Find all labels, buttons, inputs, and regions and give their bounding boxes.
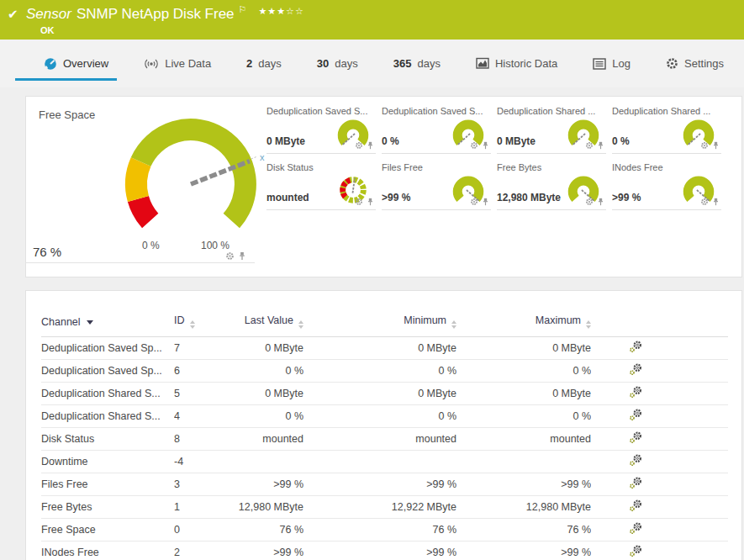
cell-channel: INodes Free: [41, 542, 174, 560]
gauge-card-disk-status[interactable]: Disk Status mounted: [266, 162, 376, 210]
gear-icon[interactable]: [470, 141, 478, 150]
table-row: Free Bytes 1 12,980 MByte 12,922 MByte 1…: [41, 496, 728, 519]
tab-label: Historic Data: [495, 57, 557, 70]
gauge-card-files-free[interactable]: Files Free >99 %: [382, 162, 491, 210]
pin-icon[interactable]: [367, 141, 374, 150]
tab-live-data[interactable]: Live Data: [135, 47, 219, 81]
table-header-row: Channel ID Last Value Minimum Maximum: [41, 311, 728, 337]
cell-maximum: 0 MByte: [456, 337, 591, 360]
cell-last-value: >99 %: [223, 542, 303, 560]
cell-last-value: 0 MByte: [223, 383, 303, 405]
gear-icon[interactable]: [700, 141, 709, 150]
cell-channel: Deduplication Shared S...: [41, 383, 174, 405]
cell-last-value: 76 %: [223, 519, 303, 542]
tab-log[interactable]: Log: [584, 47, 639, 81]
table-row: INodes Free 2 >99 % >99 % >99 %: [41, 542, 728, 560]
gauge-card-deduplication-shared-bytes[interactable]: Deduplication Shared ... 0 MByte: [497, 106, 606, 154]
edit-channel-gears-icon[interactable]: [628, 521, 643, 536]
column-header-id[interactable]: ID: [174, 311, 223, 337]
chart-icon: [476, 57, 489, 70]
gauge-card-free-bytes[interactable]: Free Bytes 12,980 MByte: [497, 162, 606, 210]
cell-maximum: 0 MByte: [456, 383, 591, 405]
tab-bar: Overview Live Data 2 days 30 days 365 da…: [0, 40, 744, 87]
column-header-last-value[interactable]: Last Value: [223, 311, 303, 337]
free-space-gauge: x: [107, 108, 275, 243]
edit-channel-gears-icon[interactable]: [628, 453, 643, 468]
cell-id: 4: [174, 405, 223, 428]
pin-icon[interactable]: [597, 198, 604, 206]
cell-last-value: >99 %: [223, 473, 303, 496]
cell-maximum: 12,980 MByte: [456, 496, 591, 519]
rating-stars-empty[interactable]: ☆☆: [286, 6, 304, 16]
gear-icon[interactable]: [700, 198, 709, 206]
cell-id: 1: [174, 496, 223, 519]
tab-365-days[interactable]: 365 days: [385, 47, 449, 81]
sort-icon: [190, 320, 195, 329]
gear-icon[interactable]: [585, 198, 594, 206]
tab-label: days: [417, 57, 440, 70]
cell-minimum: 0 %: [303, 360, 456, 383]
tab-historic-data[interactable]: Historic Data: [467, 47, 566, 81]
primary-gauge-card: Free Space x 0 % 100 % 76 %: [26, 97, 255, 278]
cell-channel: Free Bytes: [41, 496, 174, 519]
cell-id: 7: [174, 337, 223, 360]
gear-icon[interactable]: [225, 251, 235, 261]
cell-channel: Disk Status: [41, 428, 174, 451]
cell-maximum: [456, 451, 591, 473]
flag-icon[interactable]: ⚐: [239, 4, 247, 14]
pin-icon[interactable]: [712, 198, 720, 206]
gauge-card-deduplication-saved-space-bytes[interactable]: Deduplication Saved S... 0 MByte: [266, 106, 376, 154]
pin-icon[interactable]: [597, 141, 604, 150]
tab-label: days: [258, 57, 281, 70]
column-header-maximum[interactable]: Maximum: [456, 311, 591, 337]
cell-id: 6: [174, 360, 223, 383]
gear-icon[interactable]: [585, 141, 594, 150]
edit-channel-gears-icon[interactable]: [628, 340, 643, 354]
gauge-card-deduplication-saved-space-percent[interactable]: Deduplication Saved S... 0 %: [382, 106, 491, 154]
cell-maximum: >99 %: [456, 542, 591, 560]
edit-channel-gears-icon[interactable]: [628, 408, 643, 422]
cell-channel: Files Free: [41, 473, 174, 496]
tab-30-days[interactable]: 30 days: [309, 47, 367, 81]
cell-minimum: 0 MByte: [303, 383, 456, 405]
channels-panel: Channel ID Last Value Minimum Maximum De…: [25, 290, 742, 560]
gauge-scale-max: 100 %: [201, 240, 230, 251]
channel-table: Channel ID Last Value Minimum Maximum De…: [41, 311, 728, 560]
tab-label: Overview: [63, 57, 108, 70]
cell-minimum: 76 %: [303, 519, 456, 542]
edit-channel-gears-icon[interactable]: [628, 362, 643, 377]
tab-overview[interactable]: Overview: [15, 47, 117, 81]
gear-icon[interactable]: [355, 198, 363, 206]
column-header-minimum[interactable]: Minimum: [303, 311, 456, 337]
pin-icon[interactable]: [482, 141, 489, 150]
gauge-icon: [44, 57, 57, 71]
gauge-card-inodes-free[interactable]: INodes Free >99 %: [612, 162, 721, 210]
cell-maximum: 76 %: [456, 519, 591, 542]
edit-channel-gears-icon[interactable]: [628, 499, 643, 513]
gear-icon[interactable]: [470, 198, 478, 206]
pin-icon[interactable]: [367, 198, 374, 206]
sensor-status-badge: OK: [40, 25, 304, 35]
rating-stars-filled[interactable]: ★★★: [258, 6, 286, 16]
gear-icon[interactable]: [355, 141, 363, 150]
column-header-channel[interactable]: Channel: [41, 311, 174, 337]
edit-channel-gears-icon[interactable]: [628, 431, 643, 445]
cell-last-value: 0 MByte: [223, 337, 303, 360]
cell-id: 2: [174, 542, 223, 560]
edit-channel-gears-icon[interactable]: [628, 476, 643, 490]
sort-desc-icon: [87, 320, 93, 325]
sort-icon: [451, 320, 456, 329]
pin-icon[interactable]: [238, 251, 246, 261]
edit-channel-gears-icon[interactable]: [628, 544, 643, 558]
cell-minimum: >99 %: [303, 473, 456, 496]
pin-icon[interactable]: [712, 141, 720, 150]
tab-2-days[interactable]: 2 days: [238, 47, 290, 81]
gear-icon: [666, 57, 678, 70]
cell-id: 0: [174, 519, 223, 542]
table-row: Deduplication Saved Sp... 6 0 % 0 % 0 %: [41, 360, 728, 383]
pin-icon[interactable]: [482, 198, 489, 206]
table-row: Disk Status 8 mounted mounted mounted: [41, 428, 728, 451]
tab-settings[interactable]: Settings: [657, 47, 732, 81]
gauge-card-deduplication-shared-percent[interactable]: Deduplication Shared ... 0 %: [612, 106, 721, 154]
edit-channel-gears-icon[interactable]: [628, 385, 643, 399]
